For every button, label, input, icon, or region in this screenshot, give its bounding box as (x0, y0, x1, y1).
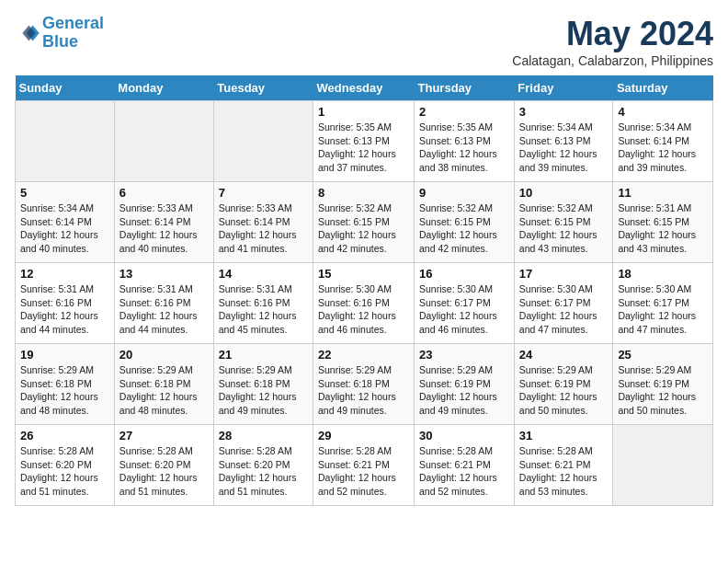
day-number: 21 (219, 348, 308, 362)
logo-text: General Blue (42, 15, 104, 52)
logo: General Blue (15, 15, 104, 52)
day-cell: 10Sunrise: 5:32 AMSunset: 6:15 PMDayligh… (514, 182, 613, 263)
day-info: Sunrise: 5:31 AMSunset: 6:15 PMDaylight:… (618, 201, 708, 256)
day-number: 30 (419, 429, 509, 442)
logo-icon (15, 20, 40, 46)
day-cell (16, 101, 115, 182)
title-block: May 2024 Calatagan, Calabarzon, Philippi… (512, 15, 713, 68)
day-number: 17 (519, 267, 609, 281)
day-number: 24 (519, 348, 609, 362)
calendar-table: SundayMondayTuesdayWednesdayThursdayFrid… (15, 75, 713, 506)
subtitle: Calatagan, Calabarzon, Philippines (512, 53, 713, 68)
day-cell: 3Sunrise: 5:34 AMSunset: 6:13 PMDaylight… (514, 101, 613, 182)
day-info: Sunrise: 5:29 AMSunset: 6:19 PMDaylight:… (618, 363, 708, 418)
day-number: 9 (419, 186, 509, 200)
day-cell: 2Sunrise: 5:35 AMSunset: 6:13 PMDaylight… (415, 101, 515, 182)
day-cell: 18Sunrise: 5:30 AMSunset: 6:17 PMDayligh… (613, 263, 713, 344)
day-cell: 17Sunrise: 5:30 AMSunset: 6:17 PMDayligh… (514, 263, 613, 344)
day-number: 29 (318, 429, 409, 442)
day-cell: 27Sunrise: 5:28 AMSunset: 6:20 PMDayligh… (114, 425, 213, 506)
day-cell: 4Sunrise: 5:34 AMSunset: 6:14 PMDaylight… (613, 101, 713, 182)
week-row-1: 1Sunrise: 5:35 AMSunset: 6:13 PMDaylight… (16, 101, 713, 182)
day-number: 15 (318, 267, 409, 281)
day-number: 19 (20, 348, 109, 362)
day-info: Sunrise: 5:31 AMSunset: 6:16 PMDaylight:… (119, 282, 209, 337)
day-cell: 12Sunrise: 5:31 AMSunset: 6:16 PMDayligh… (16, 263, 115, 344)
day-header-tuesday: Tuesday (213, 75, 313, 101)
day-info: Sunrise: 5:32 AMSunset: 6:15 PMDaylight:… (318, 201, 409, 256)
day-number: 12 (20, 267, 109, 281)
day-number: 13 (119, 267, 209, 281)
day-info: Sunrise: 5:29 AMSunset: 6:18 PMDaylight:… (119, 363, 209, 418)
day-cell: 31Sunrise: 5:28 AMSunset: 6:21 PMDayligh… (514, 425, 613, 506)
day-number: 11 (618, 186, 708, 200)
day-number: 25 (618, 348, 708, 362)
day-info: Sunrise: 5:29 AMSunset: 6:18 PMDaylight:… (318, 363, 409, 418)
day-cell: 24Sunrise: 5:29 AMSunset: 6:19 PMDayligh… (514, 344, 613, 425)
day-info: Sunrise: 5:35 AMSunset: 6:13 PMDaylight:… (318, 121, 409, 175)
day-cell (114, 101, 213, 182)
day-info: Sunrise: 5:30 AMSunset: 6:16 PMDaylight:… (318, 282, 409, 337)
day-number: 7 (219, 186, 308, 200)
day-cell: 28Sunrise: 5:28 AMSunset: 6:20 PMDayligh… (213, 425, 313, 506)
day-cell: 8Sunrise: 5:32 AMSunset: 6:15 PMDaylight… (313, 182, 415, 263)
day-cell: 7Sunrise: 5:33 AMSunset: 6:14 PMDaylight… (213, 182, 313, 263)
day-info: Sunrise: 5:29 AMSunset: 6:19 PMDaylight:… (519, 363, 609, 418)
day-number: 26 (20, 429, 109, 442)
day-header-saturday: Saturday (613, 75, 713, 101)
day-cell: 19Sunrise: 5:29 AMSunset: 6:18 PMDayligh… (16, 344, 115, 425)
day-info: Sunrise: 5:32 AMSunset: 6:15 PMDaylight:… (519, 201, 609, 256)
day-info: Sunrise: 5:28 AMSunset: 6:20 PMDaylight:… (119, 444, 209, 499)
day-info: Sunrise: 5:33 AMSunset: 6:14 PMDaylight:… (119, 201, 209, 256)
day-number: 2 (419, 105, 509, 119)
day-cell: 21Sunrise: 5:29 AMSunset: 6:18 PMDayligh… (213, 344, 313, 425)
day-info: Sunrise: 5:34 AMSunset: 6:13 PMDaylight:… (519, 121, 609, 175)
day-number: 16 (419, 267, 509, 281)
week-row-2: 5Sunrise: 5:34 AMSunset: 6:14 PMDaylight… (16, 182, 713, 263)
day-info: Sunrise: 5:29 AMSunset: 6:19 PMDaylight:… (419, 363, 509, 418)
day-info: Sunrise: 5:33 AMSunset: 6:14 PMDaylight:… (219, 201, 308, 256)
day-cell: 16Sunrise: 5:30 AMSunset: 6:17 PMDayligh… (415, 263, 515, 344)
logo-line1: General (42, 14, 104, 32)
day-info: Sunrise: 5:28 AMSunset: 6:21 PMDaylight:… (419, 444, 509, 499)
day-number: 4 (618, 105, 708, 119)
day-number: 22 (318, 348, 409, 362)
day-info: Sunrise: 5:35 AMSunset: 6:13 PMDaylight:… (419, 121, 509, 175)
day-info: Sunrise: 5:31 AMSunset: 6:16 PMDaylight:… (219, 282, 308, 337)
day-cell: 22Sunrise: 5:29 AMSunset: 6:18 PMDayligh… (313, 344, 415, 425)
day-number: 23 (419, 348, 509, 362)
day-number: 27 (119, 429, 209, 442)
day-cell: 23Sunrise: 5:29 AMSunset: 6:19 PMDayligh… (415, 344, 515, 425)
day-info: Sunrise: 5:31 AMSunset: 6:16 PMDaylight:… (20, 282, 109, 337)
day-cell: 15Sunrise: 5:30 AMSunset: 6:16 PMDayligh… (313, 263, 415, 344)
day-number: 3 (519, 105, 609, 119)
day-header-friday: Friday (514, 75, 613, 101)
day-info: Sunrise: 5:34 AMSunset: 6:14 PMDaylight:… (20, 201, 109, 256)
day-number: 18 (618, 267, 708, 281)
day-cell: 11Sunrise: 5:31 AMSunset: 6:15 PMDayligh… (613, 182, 713, 263)
logo-line2: Blue (42, 32, 78, 51)
day-info: Sunrise: 5:30 AMSunset: 6:17 PMDaylight:… (519, 282, 609, 337)
day-cell: 29Sunrise: 5:28 AMSunset: 6:21 PMDayligh… (313, 425, 415, 506)
day-info: Sunrise: 5:28 AMSunset: 6:20 PMDaylight:… (219, 444, 308, 499)
day-cell: 14Sunrise: 5:31 AMSunset: 6:16 PMDayligh… (213, 263, 313, 344)
day-cell: 5Sunrise: 5:34 AMSunset: 6:14 PMDaylight… (16, 182, 115, 263)
week-row-4: 19Sunrise: 5:29 AMSunset: 6:18 PMDayligh… (16, 344, 713, 425)
day-cell: 6Sunrise: 5:33 AMSunset: 6:14 PMDaylight… (114, 182, 213, 263)
day-number: 14 (219, 267, 308, 281)
day-number: 1 (318, 105, 409, 119)
day-cell: 20Sunrise: 5:29 AMSunset: 6:18 PMDayligh… (114, 344, 213, 425)
day-number: 10 (519, 186, 609, 200)
day-header-thursday: Thursday (415, 75, 515, 101)
day-cell: 30Sunrise: 5:28 AMSunset: 6:21 PMDayligh… (415, 425, 515, 506)
day-number: 20 (119, 348, 209, 362)
day-cell: 13Sunrise: 5:31 AMSunset: 6:16 PMDayligh… (114, 263, 213, 344)
day-cell (613, 425, 713, 506)
page-header: General Blue May 2024 Calatagan, Calabar… (15, 15, 713, 68)
day-info: Sunrise: 5:29 AMSunset: 6:18 PMDaylight:… (219, 363, 308, 418)
month-title: May 2024 (512, 15, 713, 53)
day-number: 5 (20, 186, 109, 200)
day-info: Sunrise: 5:32 AMSunset: 6:15 PMDaylight:… (419, 201, 509, 256)
header-row: SundayMondayTuesdayWednesdayThursdayFrid… (16, 75, 713, 101)
day-number: 28 (219, 429, 308, 442)
